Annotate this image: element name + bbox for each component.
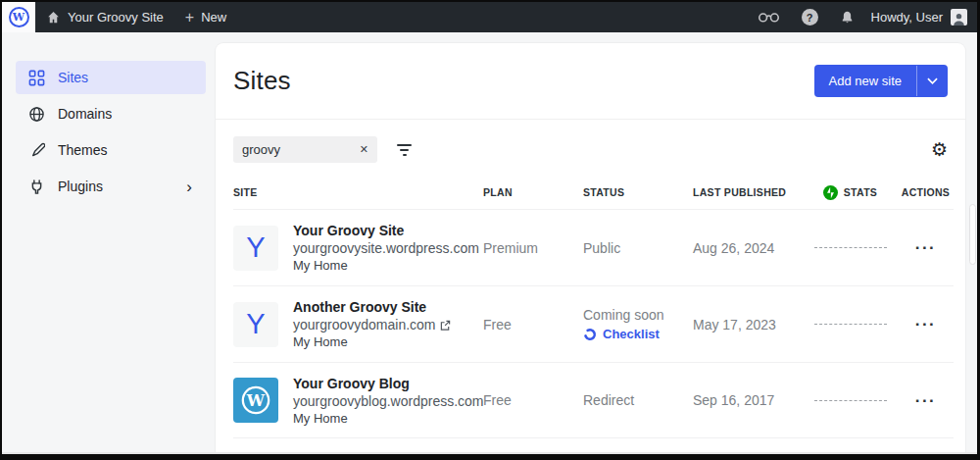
column-header-plan[interactable]: PLAN	[483, 186, 583, 198]
status-label: Coming soon	[583, 307, 693, 323]
stats-sparkline	[814, 247, 887, 248]
admin-bar: W Your Groovy Site + New	[2, 2, 977, 32]
progress-ring-icon	[583, 328, 597, 341]
external-link-icon	[440, 320, 451, 331]
row-actions-menu-icon[interactable]: ···	[898, 392, 954, 409]
site-title[interactable]: Another Groovy Site	[293, 299, 451, 315]
stats-cell[interactable]	[803, 247, 898, 248]
row-actions-menu-icon[interactable]: ···	[898, 316, 954, 332]
site-url-link[interactable]: yourgroovydomain.com	[293, 317, 451, 332]
site-title[interactable]: Your Groovy Site	[293, 223, 483, 238]
search-input[interactable]	[242, 142, 354, 157]
table-header-row: SITE PLAN STATUS LAST PUBLISHED STATS	[233, 176, 954, 209]
help-button[interactable]: ?	[791, 2, 829, 32]
site-url-link[interactable]: yourgroovysite.wordpress.com	[293, 240, 483, 256]
reader-button[interactable]	[747, 2, 791, 32]
stats-cell[interactable]	[803, 400, 898, 401]
stats-sparkline	[814, 324, 887, 325]
brush-icon	[27, 141, 45, 159]
sidebar-item-label: Domains	[58, 106, 112, 122]
sidebar-item-plugins[interactable]: Plugins ›	[16, 170, 206, 203]
filter-bar: ✕ ⚙	[216, 120, 965, 176]
column-header-site[interactable]: SITE	[233, 186, 483, 198]
site-favicon[interactable]: Y	[233, 226, 278, 271]
admin-bar-site-name[interactable]: Your Groovy Site	[35, 2, 174, 32]
site-favicon-letter: Y	[246, 233, 265, 262]
admin-bar-new-button[interactable]: + New	[174, 2, 237, 32]
stats-cell[interactable]	[803, 324, 898, 325]
account-menu[interactable]: Howdy, User	[865, 9, 977, 26]
status-cell: Coming soon Checklist	[583, 307, 693, 341]
last-published-cell: Aug 26, 2024	[693, 240, 803, 256]
plus-icon: +	[185, 10, 194, 26]
row-actions-menu-icon[interactable]: ···	[898, 239, 954, 256]
column-header-stats[interactable]: STATS	[803, 185, 898, 200]
column-header-actions: ACTIONS	[898, 186, 954, 198]
sites-grid-icon	[27, 69, 45, 86]
my-home-link[interactable]: My Home	[293, 411, 483, 426]
site-favicon-wordpress[interactable]: W	[233, 378, 278, 423]
status-cell: Redirect	[583, 392, 693, 408]
site-favicon[interactable]: Y	[233, 302, 278, 347]
plan-cell: Premium	[483, 240, 583, 256]
sidebar-item-label: Plugins	[58, 179, 103, 194]
wordpress-logo-letter: W	[13, 12, 24, 23]
site-cell: Y Your Groovy Site yourgroovysite.wordpr…	[233, 223, 483, 273]
plan-cell: Free	[483, 317, 583, 332]
howdy-label: Howdy, User	[871, 10, 943, 25]
my-home-link[interactable]: My Home	[293, 258, 483, 273]
site-title[interactable]: Your Groovy Blog	[293, 376, 483, 391]
svg-text:W: W	[246, 391, 266, 410]
stats-header-label: STATS	[844, 186, 877, 198]
column-header-last-published[interactable]: LAST PUBLISHED	[693, 186, 803, 198]
last-published-cell: Sep 16, 2017	[693, 392, 803, 408]
filter-icon[interactable]	[393, 140, 416, 160]
last-published-cell: May 17, 2023	[693, 317, 803, 332]
sidebar-item-sites[interactable]: Sites	[16, 61, 206, 94]
chevron-down-icon	[927, 77, 938, 84]
site-url-link[interactable]: yourgroovyblog.wordpress.com	[293, 393, 483, 409]
site-cell: Y Another Groovy Site yourgroovydomain.c…	[233, 299, 483, 349]
sidebar-item-domains[interactable]: Domains	[16, 97, 206, 130]
jetpack-icon	[823, 185, 838, 200]
add-new-site-label: Add new site	[829, 74, 902, 88]
wordpress-menu-button[interactable]: W	[2, 2, 35, 32]
checklist-link[interactable]: Checklist	[583, 327, 693, 341]
column-header-status[interactable]: STATUS	[583, 186, 693, 198]
clear-search-icon[interactable]: ✕	[354, 143, 368, 156]
user-avatar	[951, 9, 967, 26]
table-row[interactable]: Y Your Groovy Site yourgroovysite.wordpr…	[233, 209, 954, 285]
plan-cell: Free	[483, 392, 583, 408]
search-box[interactable]: ✕	[233, 136, 377, 163]
status-cell: Public	[583, 240, 693, 256]
stats-sparkline	[814, 400, 887, 401]
add-new-site-button[interactable]: Add new site	[814, 65, 916, 97]
browser-window: W Your Groovy Site + New	[0, 0, 980, 460]
admin-bar-site-name-label: Your Groovy Site	[68, 10, 164, 25]
table-row[interactable]: Y Another Groovy Site yourgroovydomain.c…	[233, 285, 954, 362]
sites-table: SITE PLAN STATUS LAST PUBLISHED STATS	[216, 176, 965, 452]
sidebar-item-label: Sites	[58, 70, 88, 85]
my-home-link[interactable]: My Home	[293, 334, 451, 349]
home-icon	[46, 10, 61, 25]
plugin-icon	[27, 178, 45, 195]
wordpress-logo-icon: W	[9, 7, 29, 27]
help-question-mark: ?	[807, 12, 813, 24]
add-new-site-dropdown-button[interactable]	[917, 65, 948, 97]
help-icon: ?	[802, 9, 818, 26]
reader-glasses-icon	[758, 11, 780, 24]
add-new-site-split-button: Add new site	[814, 65, 948, 97]
sites-panel: Sites Add new site ✕	[216, 43, 965, 452]
sidebar: Sites Domains Themes	[10, 43, 216, 452]
sidebar-item-label: Themes	[58, 142, 108, 158]
sidebar-item-themes[interactable]: Themes	[16, 133, 206, 167]
bell-icon	[840, 10, 855, 26]
table-row[interactable]: W Your Groovy Blog yourgroovyblog.wordpr…	[233, 362, 954, 438]
scrollbar-thumb[interactable]	[969, 204, 976, 265]
notifications-button[interactable]	[829, 2, 865, 32]
globe-icon	[27, 105, 45, 123]
admin-bar-new-label: New	[201, 10, 226, 25]
settings-gear-icon[interactable]: ⚙	[931, 140, 948, 159]
page-title: Sites	[233, 66, 291, 96]
page-body: Sites Domains Themes	[2, 32, 977, 452]
